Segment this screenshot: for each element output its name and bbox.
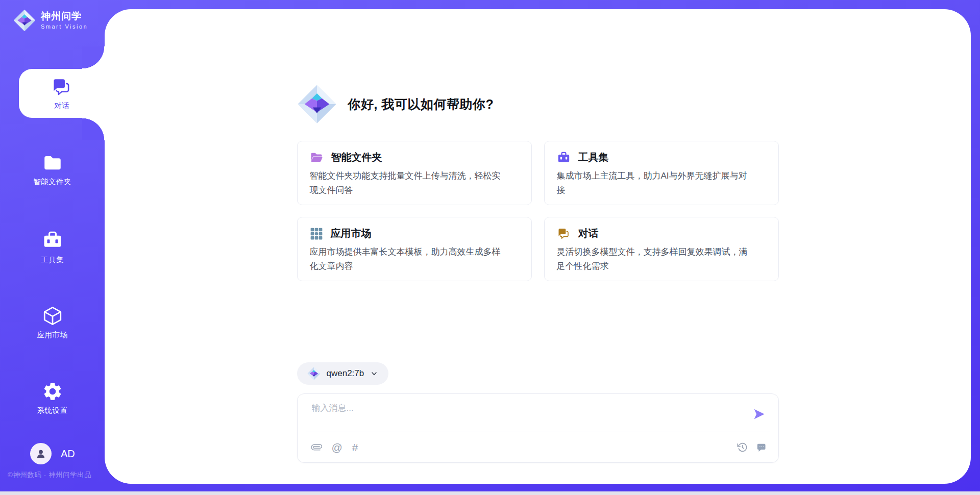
- assistant-diamond-icon: [297, 84, 337, 124]
- toolbox-icon: [41, 229, 64, 252]
- person-icon: [35, 448, 47, 460]
- card-toolset[interactable]: 工具集 集成市场上主流工具，助力AI与外界无缝扩展与对接: [544, 141, 779, 205]
- sidebar-item-settings[interactable]: 系统设置: [0, 374, 105, 423]
- attach-file-button[interactable]: [311, 442, 322, 453]
- sidebar-item-label: 工具集: [41, 255, 64, 265]
- grid-icon: [310, 227, 323, 240]
- sidebar-item-label: 应用市场: [37, 330, 68, 340]
- card-chat[interactable]: 对话 灵活切换多模型文件，支持多样回复效果调试，满足个性化需求: [544, 217, 779, 281]
- copyright: ©神州数码 · 神州问学出品: [8, 471, 105, 480]
- card-app-market[interactable]: 应用市场 应用市场提供丰富长文本模板，助力高效生成多样化文章内容: [297, 217, 532, 281]
- chat-bubble-icon: [756, 442, 767, 453]
- card-description: 灵活切换多模型文件，支持多样回复效果调试，满足个性化需求: [557, 245, 755, 273]
- chat-icon: [557, 227, 571, 240]
- chevron-down-icon: [370, 369, 378, 378]
- model-diamond-icon: [307, 367, 321, 380]
- greeting: 你好, 我可以如何帮助你?: [297, 84, 779, 124]
- card-description: 集成市场上主流工具，助力AI与外界无缝扩展与对接: [557, 169, 755, 197]
- sidebar: 神州问学 Smart Vision 对话 智能文件夹 工具集 应用市场 系统设置: [0, 0, 105, 495]
- card-title: 工具集: [578, 151, 609, 164]
- card-description: 智能文件夹功能支持批量文件上传与清洗，轻松实现文件问答: [310, 169, 508, 197]
- send-button[interactable]: [750, 405, 768, 425]
- folder-open-icon: [310, 151, 324, 164]
- brand: 神州问学 Smart Vision: [13, 9, 88, 32]
- gear-icon: [42, 381, 63, 402]
- paperclip-icon: [311, 442, 322, 453]
- feature-cards: 智能文件夹 智能文件夹功能支持批量文件上传与清洗，轻松实现文件问答 工具集 集成…: [297, 141, 779, 281]
- new-chat-button[interactable]: [756, 442, 767, 453]
- sidebar-item-label: 系统设置: [37, 406, 68, 415]
- greeting-text: 你好, 我可以如何帮助你?: [348, 96, 494, 113]
- cube-icon: [42, 305, 63, 327]
- brand-subtitle: Smart Vision: [41, 23, 88, 30]
- history-button[interactable]: [737, 442, 748, 453]
- card-title: 应用市场: [331, 227, 372, 240]
- composer-tools-left: @ #: [311, 442, 358, 453]
- bottom-edge-strip: [0, 491, 980, 495]
- avatar: [30, 443, 52, 464]
- sidebar-item-smart-folder[interactable]: 智能文件夹: [0, 145, 105, 194]
- user-name: AD: [61, 448, 75, 460]
- sidebar-item-app-market[interactable]: 应用市场: [0, 298, 105, 347]
- card-smart-folder[interactable]: 智能文件夹 智能文件夹功能支持批量文件上传与清洗，轻松实现文件问答: [297, 141, 532, 205]
- composer-tools-right: [737, 442, 767, 453]
- clock-history-icon: [737, 442, 748, 453]
- card-description: 应用市场提供丰富长文本模板，助力高效生成多样化文章内容: [310, 245, 508, 273]
- card-title: 智能文件夹: [331, 151, 382, 164]
- card-title: 对话: [578, 227, 599, 240]
- folder-icon: [42, 152, 63, 174]
- send-icon: [752, 407, 766, 421]
- sidebar-item-label: 对话: [54, 101, 69, 111]
- user-profile[interactable]: AD: [30, 443, 75, 464]
- model-selector[interactable]: qwen2:7b: [297, 362, 389, 385]
- message-input[interactable]: [312, 402, 750, 428]
- toolbox-icon: [557, 151, 571, 164]
- brand-name: 神州问学: [41, 11, 88, 22]
- chat-icon: [51, 76, 72, 97]
- model-name: qwen2:7b: [327, 368, 364, 379]
- message-composer: @ #: [297, 393, 779, 463]
- hashtag-button[interactable]: #: [352, 442, 358, 453]
- mention-button[interactable]: @: [332, 442, 342, 453]
- sidebar-item-chat[interactable]: 对话: [19, 69, 105, 118]
- main-panel: 你好, 我可以如何帮助你? 智能文件夹 智能文件夹功能支持批量文件上传与清洗，轻…: [105, 9, 971, 484]
- sidebar-item-toolset[interactable]: 工具集: [0, 222, 105, 271]
- sidebar-item-label: 智能文件夹: [33, 177, 71, 187]
- brand-diamond-icon: [13, 9, 36, 32]
